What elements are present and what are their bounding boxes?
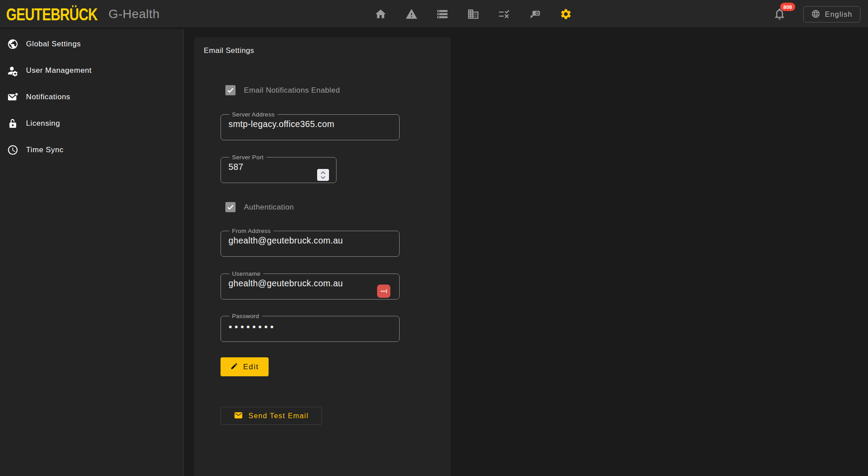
app-title: G-Health (108, 7, 160, 21)
globe-icon (811, 9, 820, 20)
clock-icon (7, 144, 19, 156)
settings-gear-icon[interactable] (560, 8, 572, 20)
sites-building-icon[interactable] (467, 8, 479, 20)
from-address-field: From Address (221, 228, 400, 257)
geutebruck-logo: GEUTEBRÜCK (6, 5, 97, 24)
home-icon[interactable] (374, 8, 387, 20)
email-notifications-checkbox[interactable] (225, 85, 236, 95)
sidebar: Global Settings User Management Notifica… (0, 29, 183, 476)
notification-count-badge[interactable]: 808 (780, 3, 795, 11)
envelope-icon (234, 411, 243, 421)
sidebar-item-time-sync[interactable]: Time Sync (0, 137, 183, 163)
password-manager-icon[interactable] (377, 285, 390, 298)
lock-icon (7, 118, 19, 129)
top-bar: GEUTEBRÜCK G-Health (0, 0, 868, 28)
email-notifications-row: Email Notifications Enabled (225, 85, 340, 95)
sidebar-item-user-management[interactable]: User Management (0, 57, 183, 84)
mail-unread-icon (7, 91, 19, 103)
sidebar-item-label: User Management (26, 66, 92, 75)
password-masked-value[interactable]: ●●●●●●●● (228, 319, 393, 330)
language-label: English (825, 10, 853, 19)
sidebar-item-licensing[interactable]: Licensing (0, 110, 183, 137)
pencil-icon (230, 362, 238, 371)
from-address-input[interactable] (228, 234, 393, 246)
servers-icon[interactable] (436, 8, 449, 20)
alerts-warning-icon[interactable] (405, 8, 418, 20)
authentication-checkbox[interactable] (225, 202, 236, 212)
sidebar-item-label: Notifications (26, 93, 70, 101)
server-port-input[interactable] (228, 161, 329, 172)
from-address-label: From Address (229, 228, 273, 234)
password-label: Password (229, 313, 262, 319)
server-address-label: Server Address (229, 111, 277, 118)
sidebar-item-global-settings[interactable]: Global Settings (0, 31, 183, 57)
send-test-email-label: Send Test Email (248, 412, 308, 420)
user-gear-icon (7, 65, 19, 76)
cameras-icon[interactable] (529, 8, 541, 20)
top-nav (374, 0, 572, 28)
edit-button-label: Edit (243, 363, 259, 371)
edit-button[interactable]: Edit (221, 357, 269, 376)
server-port-label: Server Port (229, 154, 266, 161)
language-button[interactable]: English (803, 6, 861, 22)
rules-checklist-icon[interactable] (498, 8, 510, 20)
server-address-input[interactable] (228, 118, 393, 129)
username-label: Username (229, 270, 263, 277)
server-address-field: Server Address (221, 111, 400, 140)
globe-icon (7, 38, 19, 50)
username-input[interactable] (228, 277, 364, 289)
server-port-field: Server Port (221, 154, 337, 183)
password-field: Password ●●●●●●●● (221, 313, 400, 342)
username-field: Username (221, 270, 400, 300)
authentication-label: Authentication (244, 203, 294, 212)
port-stepper[interactable] (317, 169, 329, 181)
email-notifications-label: Email Notifications Enabled (244, 86, 340, 95)
sidebar-item-label: Time Sync (26, 146, 64, 154)
email-settings-panel: Email Settings Email Notifications Enabl… (194, 37, 451, 476)
sidebar-item-label: Licensing (26, 119, 60, 128)
authentication-row: Authentication (225, 202, 294, 212)
panel-title: Email Settings (204, 46, 254, 55)
sidebar-item-label: Global Settings (26, 40, 81, 49)
send-test-email-button[interactable]: Send Test Email (221, 407, 322, 425)
sidebar-item-notifications[interactable]: Notifications (0, 84, 183, 110)
